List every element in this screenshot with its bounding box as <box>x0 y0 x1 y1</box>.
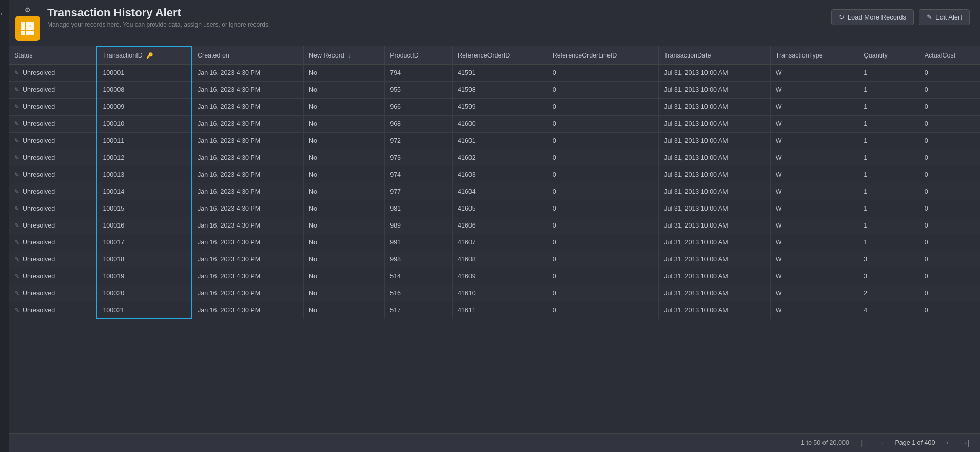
edit-row-icon[interactable]: ✎ <box>14 188 19 195</box>
col-reference-order-line-id[interactable]: ReferenceOrderLineID <box>547 46 659 65</box>
cell-transactionType: W <box>770 217 858 234</box>
svg-rect-2 <box>30 22 34 26</box>
cell-transactionDate: Jul 31, 2013 10:00 AM <box>659 82 771 99</box>
pagination-next[interactable]: → <box>940 438 952 448</box>
col-product-id[interactable]: ProductID <box>385 46 453 65</box>
cell-createdOn: Jan 16, 2023 4:30 PM <box>192 166 304 183</box>
cell-referenceOrderId: 41611 <box>453 302 547 319</box>
cell-createdOn: Jan 16, 2023 4:30 PM <box>192 149 304 166</box>
table-row: ✎Unresolved100021Jan 16, 2023 4:30 PMNo5… <box>9 302 980 319</box>
sidebar-collapse-arrow[interactable]: › <box>0 0 9 452</box>
col-new-record[interactable]: New Record ↓ <box>304 46 385 65</box>
cell-newRecord: No <box>304 183 385 200</box>
cell-transactionDate: Jul 31, 2013 10:00 AM <box>659 65 771 82</box>
cell-transactionId: 100019 <box>97 268 192 285</box>
cell-transactionType: W <box>770 234 858 251</box>
edit-row-icon[interactable]: ✎ <box>14 171 19 178</box>
status-text: Unresolved <box>23 120 55 127</box>
load-more-button[interactable]: ↻ Load More Records <box>831 9 914 25</box>
cell-actualCost: 0 <box>919 116 980 133</box>
cell-productId: 514 <box>385 268 453 285</box>
edit-row-icon[interactable]: ✎ <box>14 137 19 144</box>
table-wrapper: Status TransactionID 🔑 Created on New Re… <box>9 46 980 433</box>
edit-row-icon[interactable]: ✎ <box>14 273 19 280</box>
col-transaction-date[interactable]: TransactionDate <box>659 46 771 65</box>
edit-row-icon[interactable]: ✎ <box>14 222 19 229</box>
cell-transactionType: W <box>770 65 858 82</box>
settings-icon[interactable]: ⚙ <box>25 6 31 14</box>
cell-transactionType: W <box>770 116 858 133</box>
col-created-on[interactable]: Created on <box>192 46 304 65</box>
pagination-prev[interactable]: ← <box>878 438 890 448</box>
col-status[interactable]: Status <box>9 46 97 65</box>
cell-createdOn: Jan 16, 2023 4:30 PM <box>192 65 304 82</box>
cell-referenceOrderId: 41599 <box>453 99 547 116</box>
cell-newRecord: No <box>304 99 385 116</box>
cell-productId: 973 <box>385 149 453 166</box>
cell-transactionDate: Jul 31, 2013 10:00 AM <box>659 302 771 319</box>
edit-row-icon[interactable]: ✎ <box>14 205 19 212</box>
col-transaction-id[interactable]: TransactionID 🔑 <box>97 46 192 65</box>
cell-referenceOrderId: 41602 <box>453 149 547 166</box>
pagination-footer: 1 to 50 of 20,000 |← ← Page 1 of 400 → →… <box>9 433 980 452</box>
cell-quantity: 1 <box>858 149 919 166</box>
page-header: ⚙ Transaction History <box>9 0 980 46</box>
cell-actualCost: 0 <box>919 200 980 217</box>
edit-alert-button[interactable]: ✎ Edit Alert <box>919 9 970 25</box>
cell-newRecord: No <box>304 234 385 251</box>
cell-quantity: 2 <box>858 285 919 302</box>
cell-transactionId: 100015 <box>97 200 192 217</box>
cell-createdOn: Jan 16, 2023 4:30 PM <box>192 285 304 302</box>
edit-row-icon[interactable]: ✎ <box>14 86 19 93</box>
col-actual-cost[interactable]: ActualCost <box>919 46 980 65</box>
table-row: ✎Unresolved100009Jan 16, 2023 4:30 PMNo9… <box>9 99 980 116</box>
cell-actualCost: 0 <box>919 285 980 302</box>
cell-actualCost: 0 <box>919 99 980 116</box>
edit-row-icon[interactable]: ✎ <box>14 239 19 246</box>
table-header-row: Status TransactionID 🔑 Created on New Re… <box>9 46 980 65</box>
cell-transactionType: W <box>770 82 858 99</box>
status-text: Unresolved <box>23 103 55 110</box>
col-transaction-type[interactable]: TransactionType <box>770 46 858 65</box>
cell-newRecord: No <box>304 133 385 149</box>
cell-transactionDate: Jul 31, 2013 10:00 AM <box>659 268 771 285</box>
svg-rect-0 <box>21 22 25 26</box>
cell-newRecord: No <box>304 82 385 99</box>
edit-row-icon[interactable]: ✎ <box>14 120 19 127</box>
table-row: ✎Unresolved100018Jan 16, 2023 4:30 PMNo9… <box>9 251 980 268</box>
table-row: ✎Unresolved100013Jan 16, 2023 4:30 PMNo9… <box>9 166 980 183</box>
edit-row-icon[interactable]: ✎ <box>14 154 19 161</box>
cell-actualCost: 0 <box>919 251 980 268</box>
edit-row-icon[interactable]: ✎ <box>14 256 19 263</box>
cell-referenceOrderId: 41600 <box>453 116 547 133</box>
table-row: ✎Unresolved100017Jan 16, 2023 4:30 PMNo9… <box>9 234 980 251</box>
cell-referenceOrderId: 41603 <box>453 166 547 183</box>
cell-transactionId: 100016 <box>97 217 192 234</box>
cell-createdOn: Jan 16, 2023 4:30 PM <box>192 82 304 99</box>
pagination-first[interactable]: |← <box>858 438 873 448</box>
cell-transactionType: W <box>770 285 858 302</box>
cell-transactionId: 100009 <box>97 99 192 116</box>
cell-productId: 998 <box>385 251 453 268</box>
cell-newRecord: No <box>304 149 385 166</box>
cell-referenceOrderLineId: 0 <box>547 82 659 99</box>
cell-actualCost: 0 <box>919 234 980 251</box>
pagination-last[interactable]: →| <box>957 438 972 448</box>
cell-referenceOrderLineId: 0 <box>547 65 659 82</box>
edit-row-icon[interactable]: ✎ <box>14 69 19 77</box>
cell-createdOn: Jan 16, 2023 4:30 PM <box>192 234 304 251</box>
cell-transactionId: 100014 <box>97 183 192 200</box>
col-reference-order-id[interactable]: ReferenceOrderID <box>453 46 547 65</box>
status-text: Unresolved <box>23 205 55 212</box>
svg-rect-3 <box>21 26 25 30</box>
table-row: ✎Unresolved100001Jan 16, 2023 4:30 PMNo7… <box>9 65 980 82</box>
edit-row-icon[interactable]: ✎ <box>14 103 19 110</box>
cell-transactionId: 100013 <box>97 166 192 183</box>
cell-transactionId: 100012 <box>97 149 192 166</box>
cell-referenceOrderId: 41591 <box>453 65 547 82</box>
edit-row-icon[interactable]: ✎ <box>14 307 19 314</box>
col-quantity[interactable]: Quantity <box>858 46 919 65</box>
edit-row-icon[interactable]: ✎ <box>14 290 19 297</box>
cell-newRecord: No <box>304 285 385 302</box>
status-text: Unresolved <box>23 239 55 246</box>
